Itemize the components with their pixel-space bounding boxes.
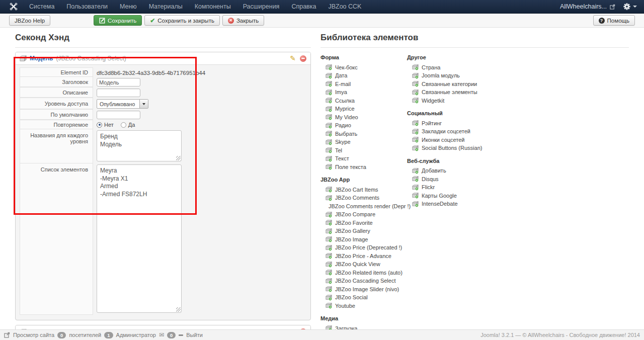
navbar-menu-item[interactable]: Материалы <box>143 0 189 13</box>
access-level-select[interactable]: Опубликовано <box>97 99 148 109</box>
logout-link[interactable]: Выйти <box>186 332 203 338</box>
library-element-item[interactable]: JBZoo Price (Deprecated !) <box>320 244 407 251</box>
library-element-item[interactable]: Дата <box>320 72 407 79</box>
navbar-menu-item[interactable]: Компоненты <box>189 0 237 13</box>
library-element-item[interactable]: Joomla модуль <box>407 72 629 79</box>
library-element-item[interactable]: Связанные категории <box>407 80 629 87</box>
library-element-item[interactable]: Widgetkit <box>407 97 629 104</box>
library-element-item[interactable]: JBZoo Social <box>320 294 407 301</box>
title-input[interactable] <box>97 78 140 87</box>
library-element-label: JBZoo Comments render (Depr !) <box>329 203 411 209</box>
navbar-menu-item[interactable]: Система <box>23 0 60 13</box>
items-list-textarea[interactable]: Meyra -Meyra X1 Armed -Armed FS872LH <box>97 164 182 313</box>
library-element-item[interactable]: Рэйтинг <box>407 120 629 126</box>
edit-pencil-icon[interactable]: ✎ <box>290 55 296 62</box>
library-element-item[interactable]: Закладки соцсетей <box>407 128 629 135</box>
library-element-item[interactable]: Иконки соцсетей <box>407 136 629 143</box>
panel-header[interactable]: Модель (JBZoo Cascading Select) ✎ <box>16 52 310 65</box>
library-element-item[interactable]: Skype <box>320 139 407 145</box>
library-element-label: Myprice <box>335 106 355 112</box>
library-element-item[interactable]: JBZoo Related items (auto) <box>320 269 407 276</box>
site-preview-link[interactable]: Просмотр сайта <box>13 332 54 338</box>
settings-menu[interactable] <box>623 3 637 10</box>
element-cube-add-icon <box>326 219 332 226</box>
save-close-label: Сохранить и закрыть <box>157 18 214 24</box>
element-cube-add-icon <box>412 136 419 143</box>
library-element-item[interactable]: Youtube <box>320 302 407 309</box>
jbzoo-help-button[interactable]: JBZoo Help <box>9 15 50 26</box>
library-element-item[interactable]: E-mail <box>320 80 407 87</box>
messages-envelope-icon[interactable]: ✉ <box>159 332 164 338</box>
level-names-textarea[interactable]: Бренд Модель <box>97 130 182 161</box>
navbar-menu-item[interactable]: Расширения <box>237 0 286 13</box>
default-value-input[interactable] <box>97 111 140 119</box>
library-element-item[interactable]: JBZoo Price - Advance <box>320 252 407 259</box>
library-element-item[interactable]: Радио <box>320 122 407 129</box>
library-element-item[interactable]: IntenseDebate <box>407 201 629 207</box>
admins-count-badge: 1 <box>104 332 113 338</box>
library-element-item[interactable]: JBZoo Cart Items <box>320 186 407 193</box>
library-element-label: Skype <box>335 139 351 145</box>
help-button[interactable]: ? Помощь <box>593 15 635 26</box>
library-element-item[interactable]: Карты Google <box>407 192 629 199</box>
jbzoo-help-label: JBZoo Help <box>15 18 45 24</box>
library-element-item[interactable]: Связанные элементы <box>407 89 629 96</box>
repeatable-yes-radio[interactable]: Да <box>121 122 135 128</box>
library-element-item[interactable]: Добавить <box>407 167 629 174</box>
toolbar: JBZoo Help Сохранить ✔ Сохранить и закры… <box>0 14 644 28</box>
close-button[interactable]: ✕ Закрыть <box>222 15 264 26</box>
library-element-item[interactable]: Ссылка <box>320 97 407 104</box>
remove-element-icon[interactable] <box>300 55 306 62</box>
radio-unselected-icon <box>121 122 126 128</box>
library-element-item[interactable]: Чек-бокс <box>320 64 407 70</box>
library-element-item[interactable]: JBZoo Image Slider (nivo) <box>320 286 407 292</box>
radio-yes-label: Да <box>128 122 135 128</box>
element-cube-add-icon <box>326 106 332 112</box>
navbar-menu-item[interactable]: JBZoo CCK <box>322 0 367 13</box>
library-element-label: My Video <box>335 114 358 120</box>
navbar-menu-item[interactable]: Справка <box>285 0 322 13</box>
library-element-item[interactable]: JBZoo Gallery <box>320 228 407 234</box>
library-element-item[interactable]: Flickr <box>407 184 629 191</box>
navbar-menu: СистемаПользователиМенюМатериалыКомпонен… <box>23 0 367 13</box>
element-cube-add-icon <box>412 89 419 96</box>
library-element-label: E-mail <box>335 81 351 87</box>
library-element-item[interactable]: JBZoo Compare <box>320 211 407 218</box>
library-element-item[interactable]: Tel <box>320 147 407 153</box>
library-element-label: Disqus <box>422 176 439 182</box>
element-cube-add-icon <box>326 97 332 104</box>
library-element-item[interactable]: JBZoo Favorite <box>320 219 407 226</box>
library-element-label: IntenseDebate <box>422 201 458 207</box>
library-element-label: JBZoo Image Slider (nivo) <box>335 286 399 292</box>
library-element-item[interactable]: JBZoo Quick View <box>320 261 407 268</box>
library-element-item[interactable]: JBZoo Comments <box>320 195 407 201</box>
navbar-menu-item[interactable]: Пользователи <box>60 0 114 13</box>
library-element-item[interactable]: Выбрать <box>320 130 407 137</box>
save-and-close-button[interactable]: ✔ Сохранить и закрыть <box>144 15 220 26</box>
library-element-item[interactable]: Disqus <box>407 176 629 182</box>
library-element-item[interactable]: Social Buttons (Russian) <box>407 145 629 151</box>
library-element-item[interactable]: Страна <box>407 64 629 70</box>
save-button[interactable]: Сохранить <box>94 15 142 26</box>
library-element-item[interactable]: My Video <box>320 114 407 120</box>
panel-title[interactable]: Модель <box>30 55 53 62</box>
library-element-label: JBZoo Social <box>335 294 368 300</box>
library-element-item[interactable]: Myprice <box>320 106 407 112</box>
library-element-label: Flickr <box>422 184 435 190</box>
repeatable-no-radio[interactable]: Нет <box>97 122 114 128</box>
description-input[interactable] <box>97 89 140 97</box>
site-preview-link[interactable]: AllWheelchairs... <box>560 3 615 10</box>
library-element-item[interactable]: JBZoo Image <box>320 236 407 242</box>
element-cube-add-icon <box>326 139 332 145</box>
messages-count-badge: 0 <box>167 332 176 338</box>
select-dropdown-button[interactable] <box>139 100 148 108</box>
visitors-label: посетителей <box>69 332 101 338</box>
chevron-down-icon <box>633 6 637 8</box>
library-element-item[interactable]: Imya <box>320 89 407 96</box>
library-element-item[interactable]: Поле текста <box>320 163 407 170</box>
library-element-item[interactable]: JBZoo Cascading Select <box>320 278 407 284</box>
library-element-item[interactable]: Текст <box>320 155 407 162</box>
navbar-menu-item[interactable]: Меню <box>114 0 143 13</box>
element-cube-add-icon <box>326 163 332 170</box>
library-element-item[interactable]: JBZoo Comments render (Depr !) <box>320 203 407 209</box>
